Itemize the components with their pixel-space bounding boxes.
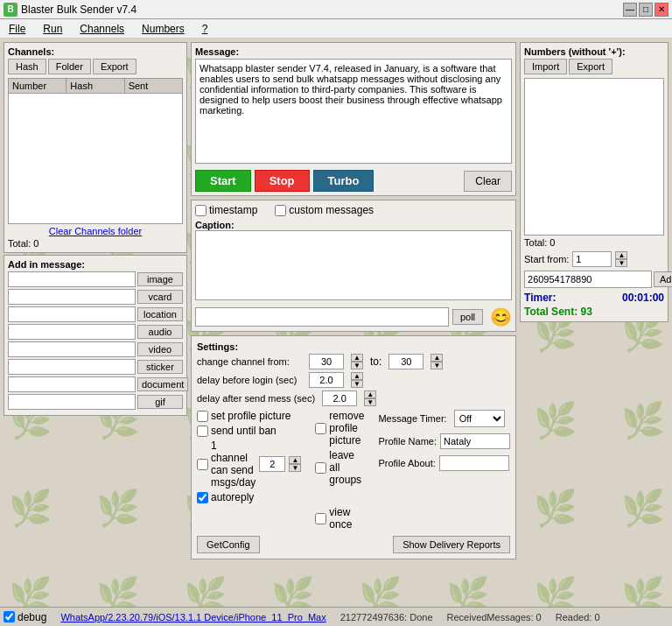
numbers-total: Total: 0	[524, 237, 664, 248]
video-button[interactable]: video	[137, 342, 183, 356]
poll-input[interactable]	[195, 307, 449, 327]
app-icon: B	[4, 3, 18, 17]
gif-input[interactable]	[8, 394, 136, 410]
leave-all-groups-checkbox[interactable]	[315, 462, 326, 474]
total-sent-label: Total Sent: 93	[524, 306, 592, 318]
timestamp-checkbox[interactable]	[195, 205, 206, 216]
msgs-day-down[interactable]: ▼	[289, 464, 301, 472]
debug-label[interactable]: debug	[4, 611, 46, 623]
image-input[interactable]	[8, 271, 136, 287]
channel-msgs-day-checkbox[interactable]	[197, 459, 208, 470]
custom-messages-checkbox-label[interactable]: custom messages	[275, 204, 374, 216]
change-to-up[interactable]: ▲	[430, 354, 443, 362]
caption-textarea[interactable]	[195, 230, 512, 300]
add-message-panel: Add in message: image vcard location aud…	[4, 255, 187, 416]
delay-send-down[interactable]: ▼	[364, 398, 376, 406]
export-channels-button[interactable]: Export	[93, 59, 136, 74]
start-from-up[interactable]: ▲	[615, 251, 627, 259]
stop-button[interactable]: Stop	[255, 170, 310, 192]
getconfig-button[interactable]: GetConfig	[197, 536, 260, 553]
timer-label: Timer:	[524, 292, 556, 304]
autoreply-label[interactable]: autoreply	[197, 491, 301, 503]
menu-bar: File Run Channels Numbers ?	[0, 19, 672, 39]
app-title: Blaster Bulk Sender v7.4	[21, 4, 136, 16]
gif-button[interactable]: gif	[137, 395, 183, 409]
sticker-button[interactable]: sticker	[137, 360, 183, 374]
message-section: Message: Start Stop Turbo Clear	[191, 42, 516, 196]
view-once-checkbox[interactable]	[315, 513, 326, 524]
caption-section: timestamp custom messages Caption: poll …	[191, 200, 516, 332]
change-from-up[interactable]: ▲	[351, 354, 363, 362]
wa-link[interactable]: WhatsApp/2.23.20.79/iOS/13.1.1 Device/iP…	[60, 612, 326, 622]
export-numbers-button[interactable]: Export	[569, 59, 612, 74]
close-button[interactable]: ✕	[654, 3, 668, 17]
vcard-input[interactable]	[8, 289, 136, 305]
video-input[interactable]	[8, 341, 136, 357]
remove-profile-pic-label[interactable]: remove profile picture	[315, 410, 364, 447]
message-textarea[interactable]	[195, 59, 512, 164]
menu-file[interactable]: File	[4, 21, 31, 37]
delay-login-up[interactable]: ▲	[351, 372, 363, 380]
change-from-down[interactable]: ▼	[351, 362, 363, 369]
view-once-label[interactable]: view once	[315, 506, 364, 531]
audio-button[interactable]: audio	[137, 325, 183, 339]
turbo-button[interactable]: Turbo	[313, 170, 374, 192]
msgs-day-up[interactable]: ▲	[289, 456, 301, 464]
channels-table[interactable]	[8, 93, 183, 224]
menu-channels[interactable]: Channels	[74, 21, 130, 37]
maximize-button[interactable]: □	[639, 3, 653, 17]
remove-profile-pic-checkbox[interactable]	[315, 423, 326, 434]
set-profile-pic-checkbox[interactable]	[197, 411, 208, 422]
message-timer-select[interactable]: Off 1 min 5 min 10 min	[454, 410, 505, 427]
document-input[interactable]	[8, 376, 136, 392]
numbers-list[interactable]	[524, 78, 664, 236]
custom-messages-checkbox[interactable]	[275, 205, 286, 216]
minimize-button[interactable]: —	[623, 3, 637, 17]
location-button[interactable]: location	[137, 307, 183, 321]
delay-send-up[interactable]: ▲	[364, 390, 376, 398]
msgs-per-day-input[interactable]	[259, 456, 285, 472]
audio-input[interactable]	[8, 324, 136, 340]
image-button[interactable]: image	[137, 272, 183, 286]
delay-login-label: delay before login (sec)	[197, 375, 302, 385]
leave-all-groups-label[interactable]: leave all groups	[315, 449, 364, 486]
emoji-button[interactable]: 😊	[490, 306, 512, 327]
start-button[interactable]: Start	[195, 170, 251, 192]
location-input[interactable]	[8, 306, 136, 322]
poll-button[interactable]: poll	[452, 309, 483, 325]
add-phone-button[interactable]: Add	[654, 271, 672, 287]
show-delivery-button[interactable]: Show Delivery Reports	[393, 536, 510, 553]
sticker-input[interactable]	[8, 359, 136, 375]
start-from-down[interactable]: ▼	[615, 259, 627, 267]
profile-name-input[interactable]	[440, 433, 510, 449]
clear-button[interactable]: Clear	[464, 171, 512, 192]
change-to-down[interactable]: ▼	[430, 362, 443, 369]
document-button[interactable]: document	[137, 377, 188, 391]
set-profile-pic-label[interactable]: set profile picture	[197, 410, 301, 422]
menu-help[interactable]: ?	[197, 21, 214, 37]
menu-numbers[interactable]: Numbers	[136, 21, 190, 37]
message-label: Message:	[195, 46, 512, 57]
delay-login-down[interactable]: ▼	[351, 380, 363, 388]
debug-checkbox[interactable]	[4, 611, 15, 622]
folder-button[interactable]: Folder	[48, 59, 91, 74]
clear-channels-button[interactable]: Clear Channels folder	[8, 226, 183, 236]
col-sent: Sent	[125, 79, 182, 93]
channel-msgs-day-label[interactable]: 1 channel can send msgs/day	[197, 440, 256, 489]
send-until-ban-checkbox[interactable]	[197, 426, 208, 437]
import-button[interactable]: Import	[524, 59, 567, 74]
delay-login-input[interactable]	[309, 372, 344, 388]
timestamp-checkbox-label[interactable]: timestamp	[195, 204, 257, 216]
delay-send-input[interactable]	[322, 390, 357, 406]
hash-button[interactable]: Hash	[8, 59, 46, 74]
change-from-input[interactable]	[309, 354, 344, 369]
start-from-input[interactable]	[572, 251, 612, 267]
vcard-button[interactable]: vcard	[137, 290, 183, 304]
autoreply-checkbox[interactable]	[197, 492, 208, 503]
phone-input[interactable]	[524, 271, 652, 288]
profile-about-input[interactable]	[439, 455, 509, 471]
send-until-ban-label[interactable]: send until ban	[197, 425, 301, 437]
right-panel: Numbers (without '+'): Import Export Tot…	[520, 42, 668, 603]
change-to-input[interactable]	[388, 354, 424, 369]
menu-run[interactable]: Run	[38, 21, 67, 37]
